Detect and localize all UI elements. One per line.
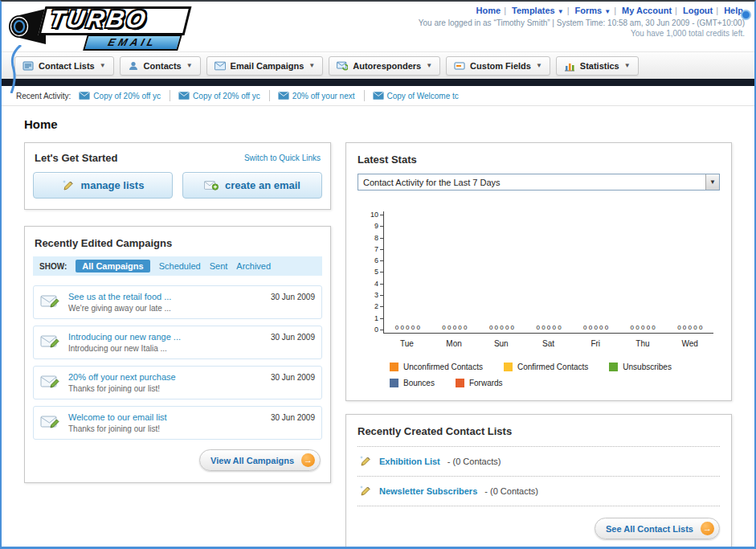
- nav-tab-label: Statistics: [580, 61, 619, 71]
- y-tick: 2: [374, 303, 383, 310]
- top-link-forms-label: Forms: [575, 6, 603, 15]
- campaign-link[interactable]: Introducing our new range ...: [68, 332, 264, 342]
- stats-activity-select[interactable]: Contact Activity for the Last 7 Days ▼: [358, 174, 720, 191]
- see-all-contact-lists-label: See All Contact Lists: [606, 524, 693, 534]
- status-dot-icon: [741, 10, 751, 20]
- stats-activity-select-value: Contact Activity for the Last 7 Days: [363, 178, 501, 187]
- dropdown-arrow-icon: ▼: [558, 8, 564, 15]
- campaign-link[interactable]: Welcome to our email list: [68, 412, 264, 422]
- legend-item: Bounces: [390, 379, 435, 387]
- nav-tab-contacts[interactable]: Contacts ▼: [120, 56, 201, 76]
- right-column: Latest Stats Contact Activity for the La…: [345, 142, 732, 549]
- recent-activity-link[interactable]: Copy of 20% off yc: [193, 92, 260, 100]
- recent-campaigns-panel: Recently Edited Campaigns SHOW: All Camp…: [24, 226, 331, 483]
- app-logo: TURBO EMAIL: [8, 5, 217, 50]
- recent-activity-bar: Recent Activity: Copy of 20% off yc Copy…: [2, 86, 754, 106]
- dropdown-arrow-icon: ▼: [100, 62, 106, 69]
- manage-lists-button[interactable]: manage lists: [33, 172, 173, 199]
- latest-stats-panel: Latest Stats Contact Activity for the La…: [345, 142, 732, 401]
- nav-tab-label: Autoresponders: [353, 61, 421, 71]
- dropdown-arrow-icon: ▼: [536, 62, 542, 69]
- legend-swatch: [456, 379, 464, 387]
- filter-scheduled[interactable]: Scheduled: [159, 261, 201, 271]
- recent-activity-item: 20% off your next: [278, 90, 365, 101]
- legend-swatch: [390, 379, 398, 387]
- recent-activity-item: Copy of Welcome tc: [373, 90, 468, 101]
- campaign-subtitle: Introducing our new Italia ...: [68, 344, 264, 353]
- dropdown-arrow-icon: ▼: [604, 8, 611, 15]
- campaign-envelope-pencil-icon: [40, 332, 61, 350]
- switch-quick-links-link[interactable]: Switch to Quick Links: [244, 154, 321, 162]
- x-tick: Mon: [431, 339, 478, 348]
- create-email-button[interactable]: create an email: [182, 172, 322, 199]
- campaign-filter-bar: SHOW: All Campaigns Scheduled Sent Archi…: [33, 256, 322, 276]
- value-label-group: 0 0 0 0 0: [619, 324, 667, 331]
- nav-tab-label: Contact Lists: [39, 61, 95, 71]
- campaign-link[interactable]: 20% off your next purchase: [68, 372, 264, 382]
- arrow-right-icon: →: [301, 453, 315, 467]
- nav-tab-email-campaigns[interactable]: Email Campaigns ▼: [206, 56, 324, 76]
- contact-list-row: Newsletter Subscribers - (0 Contacts): [358, 477, 720, 506]
- y-tick: 1: [374, 315, 383, 322]
- campaign-link[interactable]: See us at the retail food ...: [68, 292, 264, 301]
- legend-swatch: [504, 363, 513, 371]
- chart-legend: Unconfirmed Contacts Confirmed Contacts …: [390, 363, 711, 387]
- nav-tab-contact-lists[interactable]: Contact Lists ▼: [14, 56, 114, 76]
- view-all-campaigns-label: View All Campaigns: [210, 456, 294, 465]
- value-label-group: 0 0 0 0 0: [525, 324, 573, 331]
- pencil-icon: [359, 485, 372, 498]
- nav-tab-custom-fields[interactable]: Custom Fields ▼: [446, 56, 550, 76]
- left-column: Let's Get Started Switch to Quick Links …: [24, 142, 331, 483]
- show-label: SHOW:: [39, 262, 67, 271]
- filter-archived[interactable]: Archived: [236, 261, 271, 271]
- top-link-home[interactable]: Home: [476, 6, 501, 15]
- legend-label: Forwards: [469, 379, 503, 387]
- recent-activity-link[interactable]: Copy of Welcome tc: [387, 92, 459, 100]
- chart-plot-area: 0 0 0 0 0 0 0 0 0 0 0 0 0 0 0 0 0 0 0 0 …: [383, 211, 713, 334]
- separator: |: [614, 6, 616, 15]
- filter-all-campaigns[interactable]: All Campaigns: [76, 260, 149, 272]
- campaign-envelope-pencil-icon: [40, 372, 61, 390]
- filter-sent[interactable]: Sent: [210, 261, 228, 271]
- campaign-row: Introducing our new range ... Introducin…: [33, 326, 322, 359]
- see-all-contact-lists-button[interactable]: See All Contact Lists →: [595, 518, 720, 539]
- page-title: Home: [24, 117, 732, 131]
- email-campaigns-icon: [215, 60, 226, 72]
- top-link-my-account[interactable]: My Account: [622, 6, 672, 15]
- nav-tab-autoresponders[interactable]: Autoresponders ▼: [329, 56, 440, 76]
- recent-activity-link[interactable]: Copy of 20% off yc: [93, 92, 161, 100]
- x-tick: Tue: [383, 339, 431, 348]
- envelope-plus-icon: [204, 179, 219, 191]
- envelope-icon: [79, 90, 90, 101]
- y-tick: 4: [374, 281, 383, 288]
- value-label-group: 0 0 0 0 0: [478, 324, 525, 331]
- create-email-label: create an email: [225, 179, 300, 191]
- select-dropdown-icon: ▼: [705, 174, 719, 190]
- top-link-forms[interactable]: Forms ▼: [575, 6, 611, 15]
- get-started-panel: Let's Get Started Switch to Quick Links …: [24, 142, 331, 210]
- recent-activity-link[interactable]: 20% off your next: [292, 92, 355, 100]
- recent-activity-item: Copy of 20% off yc: [79, 90, 170, 101]
- credits-info: You have 1,000 total credits left.: [419, 29, 745, 38]
- campaign-subtitle: Thanks for joining our list!: [68, 384, 264, 393]
- legend-item: Confirmed Contacts: [504, 363, 588, 371]
- main-navigation: Contact Lists ▼ Contacts ▼ Email Campaig…: [2, 51, 754, 79]
- campaign-row: 20% off your next purchase Thanks for jo…: [33, 366, 322, 399]
- nav-tab-statistics[interactable]: Statistics ▼: [556, 56, 639, 76]
- logo-primary-text: TURBO: [47, 6, 150, 33]
- campaign-envelope-pencil-icon: [40, 292, 61, 309]
- manage-lists-label: manage lists: [81, 179, 145, 191]
- view-all-campaigns-button[interactable]: View All Campaigns →: [199, 449, 321, 471]
- contact-list-link[interactable]: Newsletter Subscribers: [379, 486, 477, 496]
- y-tick: 5: [374, 268, 383, 276]
- campaign-list: See us at the retail food ... We're givi…: [25, 282, 330, 445]
- legend-label: Bounces: [403, 379, 435, 387]
- pencil-icon: [62, 179, 75, 192]
- campaign-row: See us at the retail food ... We're givi…: [33, 285, 322, 319]
- top-link-templates[interactable]: Templates ▼: [512, 6, 564, 15]
- contact-list-link[interactable]: Exhibition List: [379, 457, 440, 466]
- separator: |: [675, 6, 677, 15]
- legend-item: Unconfirmed Contacts: [390, 363, 483, 371]
- top-link-logout[interactable]: Logout: [683, 6, 713, 15]
- dropdown-arrow-icon: ▼: [624, 62, 631, 69]
